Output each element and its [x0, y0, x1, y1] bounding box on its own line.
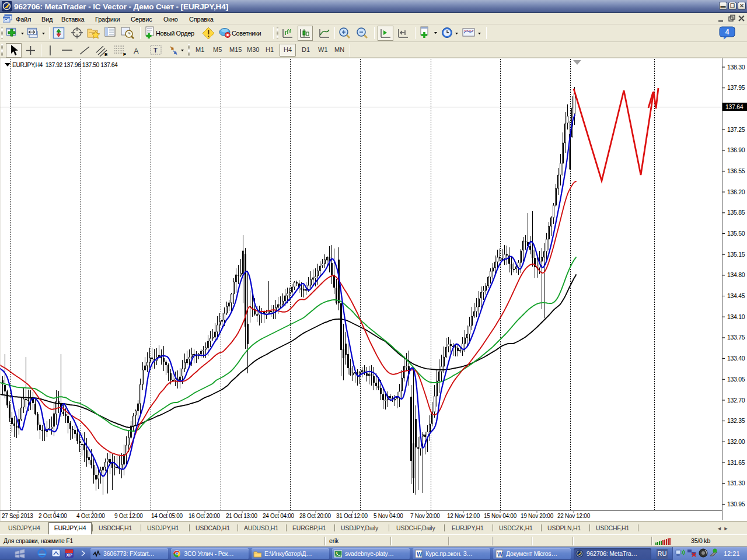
- svg-text:136.90: 136.90: [727, 146, 745, 153]
- svg-text:21 Oct 13:00: 21 Oct 13:00: [226, 513, 257, 519]
- svg-text:27 Sep 2013: 27 Sep 2013: [2, 513, 33, 519]
- svg-text:137.64: 137.64: [725, 103, 743, 110]
- svg-text:2 Oct 04:00: 2 Oct 04:00: [39, 513, 67, 519]
- svg-text:132.00: 132.00: [727, 438, 745, 445]
- svg-text:136.20: 136.20: [727, 188, 745, 195]
- svg-text:T: T: [153, 47, 158, 54]
- svg-text:F: F: [123, 52, 126, 57]
- svg-text:19 Nov 20:00: 19 Nov 20:00: [521, 513, 554, 519]
- svg-text:4: 4: [725, 28, 729, 36]
- svg-text:134.80: 134.80: [727, 271, 745, 278]
- svg-text:137.25: 137.25: [727, 126, 745, 133]
- svg-text:133.05: 133.05: [727, 376, 745, 383]
- svg-text:12 Nov 12:00: 12 Nov 12:00: [447, 513, 480, 519]
- svg-text:22 Nov 12:00: 22 Nov 12:00: [557, 513, 591, 519]
- svg-text:16 Oct 20:00: 16 Oct 20:00: [189, 513, 220, 519]
- svg-text:131.30: 131.30: [727, 480, 745, 487]
- svg-text:133.75: 133.75: [727, 334, 745, 341]
- svg-text:133.40: 133.40: [727, 355, 745, 362]
- svg-text:31 Oct 12:00: 31 Oct 12:00: [336, 513, 368, 519]
- svg-text:136.55: 136.55: [727, 167, 745, 174]
- svg-text:132.70: 132.70: [727, 397, 745, 404]
- svg-text:135.85: 135.85: [727, 209, 745, 216]
- svg-text:W: W: [417, 551, 423, 558]
- svg-text:132.35: 132.35: [727, 417, 745, 424]
- svg-text:4 Oct 20:00: 4 Oct 20:00: [76, 513, 105, 519]
- svg-text:5 Nov 04:00: 5 Nov 04:00: [374, 513, 403, 519]
- svg-text:28 Oct 20:00: 28 Oct 20:00: [299, 513, 331, 519]
- svg-text:135.15: 135.15: [727, 251, 745, 258]
- svg-text:W: W: [497, 551, 503, 558]
- svg-text:24 Oct 04:00: 24 Oct 04:00: [263, 513, 294, 519]
- svg-text:15 Nov 04:00: 15 Nov 04:00: [484, 513, 517, 519]
- svg-text:131.65: 131.65: [727, 459, 745, 466]
- svg-text:134.10: 134.10: [727, 313, 745, 320]
- svg-text:14 Oct 05:00: 14 Oct 05:00: [151, 513, 183, 519]
- svg-text:135.50: 135.50: [727, 230, 745, 237]
- svg-text:138.30: 138.30: [727, 64, 745, 71]
- svg-text:130.95: 130.95: [727, 501, 745, 508]
- svg-text:134.45: 134.45: [727, 292, 745, 299]
- svg-text:9 Oct 12:00: 9 Oct 12:00: [114, 513, 143, 519]
- svg-text:7 Nov 20:00: 7 Nov 20:00: [410, 513, 440, 519]
- svg-text:EURJPY,H4 137.92 137.96 137.5: EURJPY,H4 137.92 137.96 137.50 137.64: [12, 61, 118, 68]
- svg-text:XP: XP: [66, 552, 72, 558]
- svg-text:E: E: [104, 52, 108, 57]
- svg-text:137.95: 137.95: [727, 84, 745, 91]
